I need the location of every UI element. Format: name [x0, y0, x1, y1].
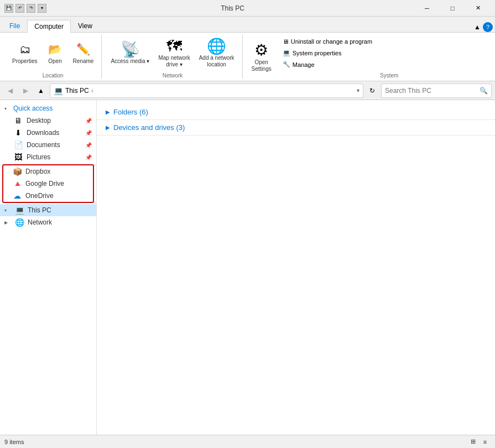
ribbon-collapse-icon[interactable]: ▲ [474, 23, 481, 31]
documents-label: Documents [27, 141, 82, 149]
quick-access-header[interactable]: ▾ Quick access [0, 102, 96, 114]
forward-button[interactable]: ▶ [19, 84, 32, 97]
address-bar: ◀ ▶ ▲ 💻 This PC › ▾ ↻ 🔍 [0, 81, 495, 100]
search-input[interactable] [385, 87, 480, 95]
dropdown-arrow[interactable]: ▾ [357, 87, 359, 93]
this-pc-icon: 💻 [14, 206, 24, 215]
map-network-icon: 🗺 [165, 37, 183, 55]
tab-file[interactable]: File [2, 19, 27, 32]
properties-button[interactable]: 🗂 Properties [9, 38, 41, 67]
uninstall-label: Uninstall or change a program [291, 38, 372, 45]
help-icon[interactable]: ? [483, 22, 493, 32]
google-drive-icon: 🔺 [12, 179, 22, 188]
search-box[interactable]: 🔍 [381, 84, 492, 98]
grid-view-button[interactable]: ⊞ [467, 437, 478, 447]
path-label: This PC [65, 87, 89, 95]
access-media-button[interactable]: 📡 Access media ▾ [107, 38, 153, 67]
content-area: ▶ Folders (6) ▶ Devices and drives (3) [97, 100, 495, 435]
maximize-button[interactable]: □ [440, 0, 465, 17]
drives-section: ▶ Devices and drives (3) [97, 120, 495, 136]
access-media-label: Access media ▾ [111, 58, 149, 65]
path-icon: 💻 [54, 86, 63, 95]
network-buttons: 📡 Access media ▾ 🗺 Map networkdrive ▾ 🌐 … [107, 35, 237, 70]
open-settings-label: OpenSettings [252, 59, 272, 72]
redo-icon[interactable]: ↷ [27, 4, 35, 13]
system-props-button[interactable]: 💻 System properties [279, 48, 376, 58]
open-button[interactable]: 📂 Open [43, 38, 67, 67]
status-bar: 9 items ⊞ ≡ [0, 435, 495, 448]
access-media-icon: 📡 [121, 40, 139, 58]
quick-access-icon[interactable]: 💾 [4, 4, 13, 13]
location-buttons: 🗂 Properties 📂 Open ✏️ Rename [9, 35, 97, 70]
sidebar-item-network[interactable]: ▶ 🌐 Network [0, 216, 96, 228]
location-group-label: Location [43, 70, 64, 79]
google-drive-label: Google Drive [25, 180, 88, 187]
folders-header[interactable]: ▶ Folders (6) [97, 105, 495, 120]
ribbon-group-location: 🗂 Properties 📂 Open ✏️ Rename Location [4, 35, 102, 79]
sidebar-item-downloads[interactable]: ⬇ Downloads 📌 [0, 127, 96, 139]
settings-icon: ⚙ [253, 41, 270, 59]
desktop-label: Desktop [27, 117, 82, 124]
pictures-icon: 🖼 [13, 153, 23, 162]
folders-chevron: ▶ [106, 109, 110, 115]
dropbox-icon: 📦 [12, 167, 22, 176]
uninstall-button[interactable]: 🖥 Uninstall or change a program [279, 37, 376, 46]
up-button[interactable]: ▲ [34, 84, 48, 97]
downloads-icon: ⬇ [13, 128, 23, 137]
sidebar-item-dropbox[interactable]: 📦 Dropbox [3, 165, 93, 178]
window-title: This PC [51, 4, 414, 12]
back-button[interactable]: ◀ [3, 84, 17, 97]
sidebar-item-onedrive[interactable]: ☁ OneDrive [3, 190, 93, 202]
map-network-button[interactable]: 🗺 Map networkdrive ▾ [155, 35, 193, 70]
desktop-pin-icon: 📌 [85, 118, 92, 124]
manage-button[interactable]: 🔧 Manage [279, 60, 376, 69]
add-network-button[interactable]: 🌐 Add a networklocation [196, 35, 238, 70]
minimize-button[interactable]: ─ [414, 0, 440, 17]
quick-access-label: Quick access [13, 105, 53, 112]
properties-label: Properties [12, 58, 38, 65]
sidebar: ▾ Quick access 🖥 Desktop 📌 ⬇ Downloads 📌… [0, 100, 97, 435]
list-view-button[interactable]: ≡ [480, 437, 491, 447]
drives-title: Devices and drives (3) [113, 123, 185, 132]
this-pc-chevron: ▾ [4, 208, 11, 213]
add-network-icon: 🌐 [208, 37, 226, 55]
open-settings-button[interactable]: ⚙ OpenSettings [248, 39, 275, 75]
documents-icon: 📄 [13, 140, 23, 149]
add-network-label: Add a networklocation [199, 55, 235, 68]
downloads-pin-icon: 📌 [85, 130, 92, 136]
system-props-icon: 💻 [283, 49, 290, 56]
rename-button[interactable]: ✏️ Rename [70, 38, 97, 67]
address-path[interactable]: 💻 This PC › ▾ [50, 84, 363, 98]
customize-icon[interactable]: ▾ [38, 4, 46, 13]
quick-access-chevron: ▾ [4, 106, 11, 111]
dropbox-label: Dropbox [25, 168, 88, 175]
open-icon: 📂 [46, 40, 64, 58]
folders-title: Folders (6) [113, 108, 148, 116]
close-button[interactable]: ✕ [465, 0, 491, 17]
pictures-label: Pictures [27, 153, 82, 161]
properties-icon: 🗂 [16, 40, 34, 58]
network-icon: 🌐 [14, 218, 24, 227]
view-buttons: ⊞ ≡ [467, 437, 491, 447]
undo-icon[interactable]: ↶ [15, 4, 24, 13]
ribbon-group-network: 📡 Access media ▾ 🗺 Map networkdrive ▾ 🌐 … [103, 35, 242, 79]
sidebar-item-pictures[interactable]: 🖼 Pictures 📌 [0, 151, 96, 163]
tab-view[interactable]: View [71, 19, 100, 32]
sidebar-item-google-drive[interactable]: 🔺 Google Drive [3, 178, 93, 190]
main-layout: ▾ Quick access 🖥 Desktop 📌 ⬇ Downloads 📌… [0, 100, 495, 435]
network-chevron: ▶ [4, 220, 11, 225]
sidebar-item-documents[interactable]: 📄 Documents 📌 [0, 139, 96, 151]
system-props-label: System properties [293, 50, 342, 56]
drives-header[interactable]: ▶ Devices and drives (3) [97, 120, 495, 136]
desktop-icon: 🖥 [13, 116, 23, 125]
tab-computer[interactable]: Computer [27, 20, 71, 33]
this-pc-label: This PC [28, 206, 92, 214]
documents-pin-icon: 📌 [85, 142, 92, 148]
sidebar-item-desktop[interactable]: 🖥 Desktop 📌 [0, 114, 96, 127]
sidebar-item-this-pc[interactable]: ▾ 💻 This PC [0, 204, 96, 216]
system-group-label: System [380, 70, 398, 79]
uninstall-icon: 🖥 [283, 38, 289, 45]
ribbon-content: 🗂 Properties 📂 Open ✏️ Rename Location 📡 [0, 32, 495, 81]
ribbon-tabs: File Computer View ▲ ? [0, 17, 495, 32]
refresh-button[interactable]: ↻ [366, 84, 379, 97]
